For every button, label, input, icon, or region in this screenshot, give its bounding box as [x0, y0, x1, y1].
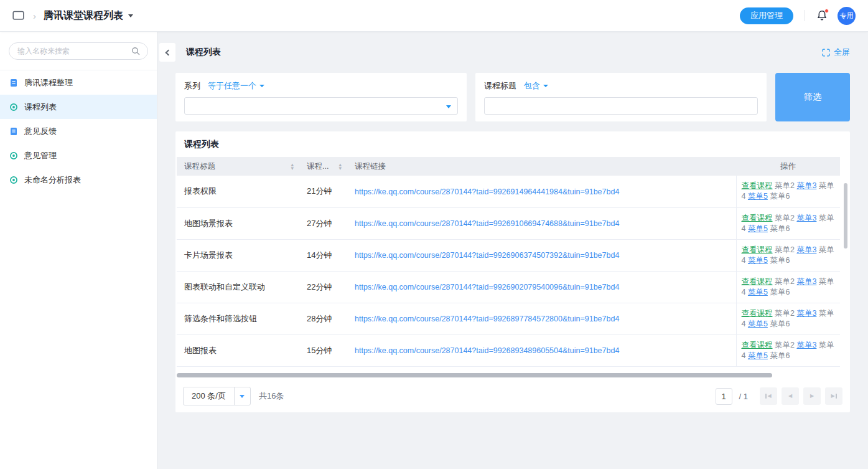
course-link-cell: https://ke.qq.com/course/2870144?taid=99… — [347, 207, 736, 239]
topbar: › 腾讯课堂课程列表 应用管理 专用 — [0, 0, 868, 32]
caret-down-icon[interactable] — [234, 387, 250, 405]
view-course-action[interactable]: 查看课程 — [742, 277, 773, 286]
search-icon[interactable] — [131, 47, 140, 55]
sidebar-item[interactable]: 腾讯课程整理 — [0, 70, 157, 95]
course-link[interactable]: https://ke.qq.com/course/2870144?taid=99… — [355, 187, 619, 196]
menu-action[interactable]: 菜单3 — [796, 341, 816, 349]
sidebar-item-label: 腾讯课程整理 — [24, 77, 73, 88]
filter-series: 系列 等于任意一个 — [175, 73, 467, 121]
view-course-action[interactable]: 查看课程 — [742, 309, 773, 318]
menu-action[interactable]: 菜单2 — [775, 341, 795, 349]
course-link[interactable]: https://ke.qq.com/course/2870144?taid=99… — [355, 315, 619, 323]
page-size-value: 200 条/页 — [184, 391, 234, 402]
back-button[interactable] — [159, 43, 175, 62]
menu-action[interactable]: 菜单3 — [796, 277, 816, 286]
title-operator-label: 包含 — [524, 80, 540, 92]
last-page-button[interactable]: ▶ — [825, 387, 842, 405]
fullscreen-label: 全屏 — [834, 47, 850, 58]
dashboard-icon — [9, 151, 18, 160]
menu-action[interactable]: 菜单3 — [796, 214, 816, 222]
view-course-action[interactable]: 查看课程 — [742, 245, 773, 254]
page-input[interactable]: 1 — [716, 388, 732, 405]
menu-action[interactable]: 菜单5 — [748, 256, 768, 265]
actions-cell: 查看课程 菜单2 菜单3 菜单4 菜单5 菜单6 — [736, 207, 840, 239]
pagination: 200 条/页 共16条 1 / 1 ◀ ◀ ▶ ▶ — [183, 386, 842, 406]
next-page-button[interactable]: ▶ — [803, 387, 821, 405]
sidebar-item[interactable]: 意见管理 — [0, 143, 157, 168]
series-select[interactable] — [184, 97, 458, 115]
sort-icon[interactable]: ▴▾ — [338, 163, 342, 170]
app-title-dropdown[interactable]: 腾讯课堂课程列表 — [44, 9, 133, 22]
menu-action[interactable]: 菜单5 — [748, 192, 768, 201]
filter-label: 系列 — [184, 80, 200, 92]
column-header[interactable]: 课程...▴▾ — [299, 157, 347, 176]
prev-page-button[interactable]: ◀ — [782, 387, 799, 405]
bell-icon[interactable] — [816, 10, 828, 21]
course-link[interactable]: https://ke.qq.com/course/2870144?taid=99… — [355, 283, 619, 291]
menu-action[interactable]: 菜单5 — [748, 224, 768, 233]
dashboard-icon — [9, 103, 18, 111]
view-course-action[interactable]: 查看课程 — [742, 214, 773, 222]
horizontal-scrollbar[interactable] — [177, 373, 772, 377]
first-page-button[interactable]: ◀ — [760, 387, 777, 405]
menu-action[interactable]: 菜单5 — [748, 288, 768, 296]
sort-icon[interactable]: ▴▾ — [291, 163, 294, 170]
menu-action[interactable]: 菜单6 — [770, 192, 790, 201]
series-operator-dropdown[interactable]: 等于任意一个 — [208, 80, 264, 92]
sidebar-menu: 腾讯课程整理课程列表意见反馈意见管理未命名分析报表 — [0, 70, 157, 192]
caret-down-icon — [128, 14, 133, 17]
menu-action[interactable]: 菜单2 — [775, 309, 795, 318]
course-link[interactable]: https://ke.qq.com/course/2870144?taid=99… — [355, 251, 619, 260]
menu-action[interactable]: 菜单6 — [770, 224, 790, 233]
course-duration-cell: 15分钟 — [299, 334, 347, 366]
actions-cell: 查看课程 菜单2 菜单3 菜单4 菜单5 菜单6 — [736, 271, 840, 303]
filter-submit-button[interactable]: 筛选 — [775, 73, 850, 121]
sidebar-item-label: 意见反馈 — [24, 126, 57, 137]
menu-action[interactable]: 菜单3 — [796, 181, 816, 190]
menu-action[interactable]: 菜单6 — [770, 256, 790, 265]
view-course-action[interactable]: 查看课程 — [742, 181, 773, 190]
sidebar-item-label: 意见管理 — [24, 150, 57, 161]
view-course-action[interactable]: 查看课程 — [742, 341, 773, 349]
menu-action[interactable]: 菜单2 — [775, 181, 795, 190]
app-manage-button[interactable]: 应用管理 — [740, 7, 793, 24]
menu-action[interactable]: 菜单5 — [748, 351, 768, 360]
page-size-select[interactable]: 200 条/页 — [183, 387, 251, 405]
search-input[interactable] — [9, 42, 148, 60]
dashboard-icon — [9, 176, 18, 184]
caret-down-icon — [543, 85, 548, 87]
sidebar-item[interactable]: 意见反馈 — [0, 119, 157, 143]
menu-action[interactable]: 菜单6 — [770, 320, 790, 328]
menu-action[interactable]: 菜单2 — [775, 277, 795, 286]
course-table: 课程标题▴▾课程...▴▾课程链接操作 报表权限21分钟https://ke.q… — [177, 157, 840, 367]
sidebar-item-label: 课程列表 — [24, 102, 57, 113]
fullscreen-button[interactable]: 全屏 — [822, 47, 850, 58]
form-icon — [9, 127, 18, 136]
course-duration-cell: 14分钟 — [299, 239, 347, 271]
course-duration-cell: 28分钟 — [299, 303, 347, 334]
window-icon[interactable] — [12, 11, 24, 21]
course-link[interactable]: https://ke.qq.com/course/2870144?taid=99… — [355, 219, 619, 228]
course-link[interactable]: https://ke.qq.com/course/2870144?taid=99… — [355, 346, 619, 355]
menu-action[interactable]: 菜单3 — [796, 245, 816, 254]
course-link-cell: https://ke.qq.com/course/2870144?taid=99… — [347, 176, 736, 207]
column-header: 操作 — [736, 157, 840, 176]
course-link-cell: https://ke.qq.com/course/2870144?taid=99… — [347, 271, 736, 303]
avatar[interactable]: 专用 — [838, 7, 856, 25]
menu-action[interactable]: 菜单3 — [796, 309, 816, 318]
menu-action[interactable]: 菜单5 — [748, 320, 768, 328]
column-header[interactable]: 课程标题▴▾ — [177, 157, 299, 176]
divider — [805, 10, 805, 21]
title-operator-dropdown[interactable]: 包含 — [524, 80, 548, 92]
app-title: 腾讯课堂课程列表 — [44, 9, 123, 22]
menu-action[interactable]: 菜单6 — [770, 288, 790, 296]
column-header-label: 课程... — [307, 162, 329, 171]
menu-action[interactable]: 菜单6 — [770, 351, 790, 360]
sidebar-item[interactable]: 未命名分析报表 — [0, 168, 157, 192]
table-row: 报表权限21分钟https://ke.qq.com/course/2870144… — [177, 176, 840, 207]
sidebar-item[interactable]: 课程列表 — [0, 95, 157, 119]
menu-action[interactable]: 菜单2 — [775, 214, 795, 222]
vertical-scrollbar[interactable] — [844, 183, 847, 249]
course-title-input[interactable] — [484, 97, 758, 115]
menu-action[interactable]: 菜单2 — [775, 245, 795, 254]
